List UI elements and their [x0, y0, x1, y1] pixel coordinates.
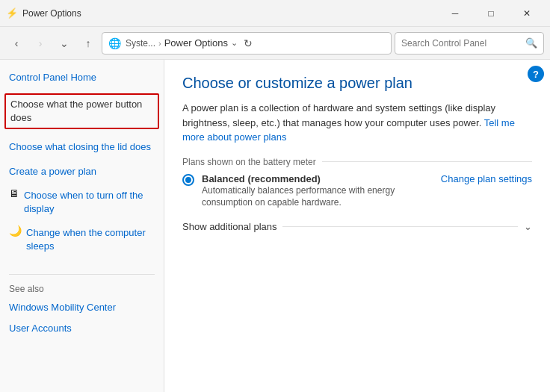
forward-button[interactable]: › — [30, 33, 51, 54]
display-icon: 🖥 — [9, 187, 19, 199]
search-box: 🔍 — [395, 32, 544, 55]
globe-icon: 🌐 — [108, 37, 121, 49]
sidebar-item-display-container: 🖥 Choose when to turn off the display — [9, 187, 155, 218]
plans-section-label: Plans shown on the battery meter — [182, 157, 532, 167]
address-part1: Syste... — [126, 38, 155, 49]
plan-name: Balanced (recommended) — [202, 173, 433, 184]
sidebar: Control Panel Home Choose what the power… — [0, 60, 164, 392]
main-layout: Control Panel Home Choose what the power… — [0, 60, 550, 392]
sidebar-item-power-button[interactable]: Choose what the power button does — [4, 93, 159, 129]
sidebar-home-link[interactable]: Control Panel Home — [9, 72, 155, 83]
search-icon[interactable]: 🔍 — [525, 37, 537, 49]
sidebar-item-sleep[interactable]: Change when the computer sleeps — [26, 224, 155, 255]
plans-label-text: Plans shown on the battery meter — [182, 157, 316, 167]
close-button[interactable]: ✕ — [510, 2, 544, 25]
window-title: Power Options — [22, 8, 438, 19]
recent-dropdown-button[interactable]: ⌄ — [54, 33, 75, 54]
address-dropdown-icon[interactable]: ⌄ — [231, 38, 238, 48]
sidebar-item-mobility[interactable]: Windows Mobility Center — [9, 299, 155, 317]
sidebar-item-display[interactable]: Choose when to turn off the display — [24, 187, 155, 218]
up-button[interactable]: ↑ — [78, 33, 99, 54]
section-divider — [322, 161, 532, 162]
address-part2: Power Options — [164, 37, 228, 49]
plan-details: Balanced (recommended) Automatically bal… — [202, 173, 433, 210]
maximize-button[interactable]: □ — [474, 2, 508, 25]
content-area: ? Choose or customize a power plan A pow… — [164, 60, 550, 392]
additional-plans-label: Show additional plans — [182, 221, 276, 232]
see-also-label: See also — [9, 284, 155, 294]
page-title: Choose or customize a power plan — [182, 75, 532, 92]
description-text: A power plan is a collection of hardware… — [182, 102, 495, 128]
sidebar-item-lid[interactable]: Choose what closing the lid does — [9, 138, 155, 156]
plan-description: Automatically balances performance with … — [202, 184, 433, 210]
refresh-icon[interactable]: ↻ — [244, 37, 253, 49]
back-button[interactable]: ‹ — [6, 33, 27, 54]
app-icon: ⚡ — [6, 7, 18, 19]
address-bar: 🌐 Syste... › Power Options ⌄ ↻ — [102, 32, 392, 55]
sidebar-item-accounts[interactable]: User Accounts — [9, 320, 155, 337]
balanced-plan-item: Balanced (recommended) Automatically bal… — [182, 173, 532, 210]
additional-plans-chevron[interactable]: ⌄ — [524, 221, 532, 232]
sleep-icon: 🌙 — [9, 225, 22, 237]
address-separator: › — [158, 39, 161, 48]
additional-divider — [282, 226, 518, 227]
nav-bar: ‹ › ⌄ ↑ 🌐 Syste... › Power Options ⌄ ↻ 🔍 — [0, 27, 550, 60]
content-description: A power plan is a collection of hardware… — [182, 101, 532, 145]
sidebar-item-sleep-container: 🌙 Change when the computer sleeps — [9, 224, 155, 255]
minimize-button[interactable]: ─ — [438, 2, 472, 25]
balanced-radio[interactable] — [182, 174, 194, 186]
window-controls: ─ □ ✕ — [438, 2, 544, 25]
additional-plans-row: Show additional plans ⌄ — [182, 221, 532, 232]
help-button[interactable]: ? — [528, 66, 544, 82]
sidebar-item-create-plan[interactable]: Create a power plan — [9, 163, 155, 181]
sidebar-divider — [9, 274, 155, 275]
search-input[interactable] — [401, 38, 522, 49]
title-bar: ⚡ Power Options ─ □ ✕ — [0, 0, 550, 27]
change-plan-link[interactable]: Change plan settings — [441, 173, 532, 184]
